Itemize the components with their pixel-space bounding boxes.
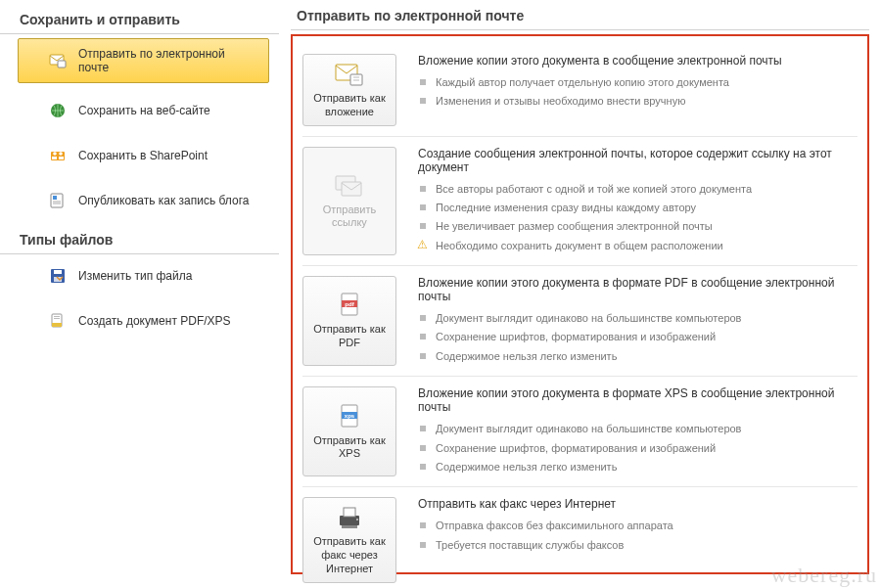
sharepoint-icon: [49, 147, 67, 164]
sidebar-item-create-pdf-xps[interactable]: Создать документ PDF/XPS: [18, 303, 269, 339]
section-title-file-types: Типы файлов: [0, 228, 279, 254]
svg-point-4: [53, 152, 57, 156]
button-label: Отправить как PDF: [307, 323, 392, 350]
sidebar-item-save-sharepoint[interactable]: Сохранить в SharePoint: [18, 138, 269, 173]
mail-attachment-icon: [334, 61, 365, 88]
sidebar-item-label: Опубликовать как запись блога: [78, 194, 249, 207]
bullet-item: Не увеличивает размер сообщения электрон…: [418, 217, 858, 236]
bullet-item: Сохранение шрифтов, форматирования и изо…: [418, 439, 858, 458]
bullet-list: Отправка факсов без факсимильного аппара…: [418, 517, 858, 555]
send-as-internet-fax-button[interactable]: Отправить как факс через Интернет: [302, 497, 396, 582]
bullet-item: Требуется поставщик службы факсов: [418, 536, 858, 555]
svg-point-5: [59, 152, 63, 156]
bullet-list: Каждый автор получает отдельную копию эт…: [418, 73, 858, 112]
svg-rect-9: [53, 196, 57, 200]
bullet-item: Содержимое нельзя легко изменить: [418, 347, 858, 366]
bullet-item: Последние изменения сразу видны каждому …: [418, 199, 858, 217]
sidebar-item-label: Сохранить на веб-сайте: [78, 104, 210, 117]
main-panel: Отправить по электронной почте Отправить…: [279, 0, 881, 588]
sidebar-item-change-filetype[interactable]: Изменить тип файла: [18, 258, 269, 294]
pdf-icon: pdf: [334, 292, 365, 319]
bullet-item: Каждый автор получает отдельную копию эт…: [418, 73, 858, 92]
globe-icon: [49, 102, 67, 119]
svg-rect-16: [54, 318, 60, 319]
svg-rect-29: [342, 525, 357, 528]
option-heading: Вложение копии этого документа в формате…: [418, 276, 858, 303]
sidebar-item-publish-blog[interactable]: Опубликовать как запись блога: [18, 183, 269, 218]
svg-text:pdf: pdf: [345, 301, 354, 307]
sidebar-item-label: Создать документ PDF/XPS: [78, 314, 231, 328]
svg-point-30: [356, 519, 358, 520]
bullet-item: Сохранение шрифтов, форматирования и изо…: [418, 328, 858, 346]
mail-attachment-icon: [49, 52, 67, 69]
svg-rect-28: [344, 508, 355, 517]
send-as-pdf-button[interactable]: pdf Отправить как PDF: [302, 276, 396, 366]
send-as-xps-button[interactable]: xps Отправить как XPS: [302, 386, 396, 476]
highlight-box: Отправить как вложение Вложение копии эт…: [291, 34, 869, 574]
svg-rect-11: [54, 270, 62, 274]
sidebar: Сохранить и отправить Отправить по элект…: [0, 0, 279, 588]
mail-link-icon: [334, 172, 365, 200]
option-send-pdf: pdf Отправить как PDF Вложение копии это…: [302, 265, 858, 376]
fax-icon: [334, 504, 365, 531]
bullet-list: Документ выглядит одинаково на большинст…: [418, 309, 858, 366]
bullet-item-warning: Необходимо сохранить документ в общем ра…: [418, 237, 858, 255]
option-heading: Вложение копии этого документа в сообщен…: [418, 54, 858, 68]
sidebar-item-save-web[interactable]: Сохранить на веб-сайте: [18, 93, 269, 128]
bullet-item: Изменения и отзывы необходимо внести вру…: [418, 92, 858, 111]
svg-rect-14: [52, 323, 62, 327]
button-label: Отправить как XPS: [307, 434, 392, 462]
save-as-icon: [49, 267, 67, 285]
sidebar-item-label: Отправить по электронной почте: [78, 47, 257, 74]
pdf-xps-icon: [49, 312, 67, 330]
bullet-list: Документ выглядит одинаково на большинст…: [418, 420, 858, 476]
sidebar-item-label: Сохранить в SharePoint: [78, 149, 208, 162]
section-title-save-send: Сохранить и отправить: [0, 8, 279, 34]
option-send-link: Отправить ссылку Создание сообщения элек…: [302, 136, 858, 266]
svg-rect-7: [59, 157, 64, 159]
svg-rect-15: [54, 316, 60, 317]
xps-icon: xps: [334, 403, 365, 430]
option-heading: Отправить как факс через Интернет: [418, 497, 858, 511]
sidebar-item-send-email[interactable]: Отправить по электронной почте: [18, 38, 269, 83]
option-send-xps: xps Отправить как XPS Вложение копии это…: [302, 376, 858, 486]
send-link-button: Отправить ссылку: [302, 147, 396, 256]
bullet-item: Документ выглядит одинаково на большинст…: [418, 420, 858, 438]
button-label: Отправить как факс через Интернет: [307, 535, 392, 575]
option-heading: Вложение копии этого документа в формате…: [418, 386, 858, 414]
bullet-item: Содержимое нельзя легко изменить: [418, 458, 858, 476]
button-label: Отправить как вложение: [307, 92, 392, 119]
svg-rect-20: [342, 182, 361, 196]
svg-rect-1: [58, 61, 66, 68]
main-title: Отправить по электронной почте: [291, 8, 869, 30]
svg-rect-6: [52, 157, 57, 159]
bullet-item: Документ выглядит одинаково на большинст…: [418, 309, 858, 328]
bullet-item: Все авторы работают с одной и той же коп…: [418, 180, 858, 199]
option-heading: Создание сообщения электронной почты, ко…: [418, 147, 858, 174]
button-label: Отправить ссылку: [307, 204, 392, 231]
bullet-item: Отправка факсов без факсимильного аппара…: [418, 517, 858, 535]
bullet-list: Все авторы работают с одной и той же коп…: [418, 180, 858, 256]
watermark: webereg.ru: [771, 563, 877, 588]
svg-text:xps: xps: [345, 412, 355, 418]
blog-post-icon: [49, 192, 67, 209]
option-send-attachment: Отправить как вложение Вложение копии эт…: [302, 44, 858, 136]
send-as-attachment-button[interactable]: Отправить как вложение: [302, 54, 396, 126]
sidebar-item-label: Изменить тип файла: [78, 269, 192, 283]
